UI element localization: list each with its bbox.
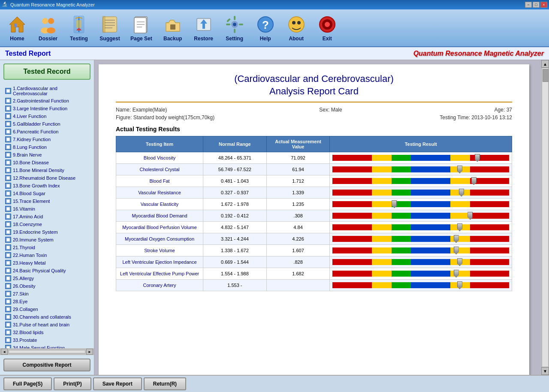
fullpage-button[interactable]: Full Page(S) — [3, 377, 52, 390]
sidebar-scroll-left[interactable]: ◄ — [1, 349, 8, 355]
sidebar-item-28[interactable]: 28.Eye — [3, 298, 90, 305]
sidebar-item-32[interactable]: 32.Blood lipids — [3, 329, 90, 336]
scroll-down-button[interactable]: ▼ — [541, 367, 549, 375]
svg-rect-66 — [6, 308, 10, 311]
sidebar-item-icon — [5, 268, 11, 274]
sidebar-item-2[interactable]: 2.Gastrointestinal Function — [3, 97, 90, 105]
bar-segment-green — [392, 271, 411, 277]
compositive-report-button[interactable]: Compositive Report — [3, 359, 90, 371]
sidebar-item-16[interactable]: 16.Vitamin — [3, 205, 90, 213]
toolbar-restore[interactable]: Restore — [190, 12, 217, 43]
content-scrollbar[interactable]: ▲ ▼ — [541, 60, 549, 375]
svg-rect-67 — [6, 315, 10, 319]
print-button[interactable]: Print(P) — [54, 377, 91, 390]
sidebar-item-10[interactable]: 10.Bone Disease — [3, 159, 90, 166]
return-button[interactable]: Return(R) — [144, 377, 186, 390]
toolbar-about[interactable]: About — [283, 12, 310, 43]
bar-segment-red-left — [332, 271, 371, 277]
bar-segment-green — [392, 178, 411, 184]
minimize-button[interactable]: − — [525, 2, 532, 8]
svg-rect-69 — [6, 331, 10, 334]
sidebar-item-14[interactable]: 14.Blood Sugar — [3, 190, 90, 197]
bar-segment-red-right — [470, 166, 509, 172]
sidebar-item-11[interactable]: 11.Bone Mineral Density — [3, 166, 90, 174]
sidebar-item-icon — [5, 183, 11, 189]
sidebar-item-20[interactable]: 20.Immune System — [3, 236, 90, 244]
sidebar-item-6[interactable]: 6.Pancreatic Function — [3, 128, 90, 136]
toolbar-suggest[interactable]: Suggest — [96, 12, 124, 43]
sidebar-item-12[interactable]: 12.Rheumatoid Bone Disease — [3, 174, 90, 182]
svg-rect-61 — [6, 269, 10, 272]
sidebar-list[interactable]: 1.Cardiovascular and Cerebrovascular2.Ga… — [0, 83, 94, 348]
sidebar-item-34[interactable]: 34.Male Sexual Function — [3, 344, 90, 348]
svg-rect-52 — [6, 199, 10, 203]
sidebar-item-25[interactable]: 25.Allergy — [3, 274, 90, 282]
svg-rect-62 — [6, 277, 10, 280]
scroll-track[interactable] — [542, 68, 549, 367]
scroll-up-button[interactable]: ▲ — [541, 60, 549, 68]
result-bar — [332, 259, 509, 265]
sidebar-item-18[interactable]: 18.Coenzyme — [3, 220, 90, 228]
toolbar-setting[interactable]: Setting — [221, 12, 248, 43]
svg-rect-16 — [134, 18, 146, 33]
maximize-button[interactable]: □ — [533, 2, 540, 8]
home-icon — [7, 14, 27, 35]
result-bar-container — [332, 166, 509, 173]
sidebar-item-13[interactable]: 13.Bone Growth Index — [3, 182, 90, 190]
toolbar-testing[interactable]: Testing — [65, 12, 93, 43]
sidebar-item-icon — [5, 175, 11, 181]
sidebar-item-26[interactable]: 26.Obesity — [3, 282, 90, 290]
sidebar-item-31[interactable]: 31.Pulse of heart and brain — [3, 321, 90, 329]
sidebar-item-19[interactable]: 19.Endocrine System — [3, 228, 90, 236]
sidebar-item-27[interactable]: 27.Skin — [3, 290, 90, 298]
sidebar-item-23[interactable]: 23.Heavy Metal — [3, 259, 90, 267]
sidebar-item-29[interactable]: 29.Collagen — [3, 305, 90, 313]
save-report-button[interactable]: Save Report — [93, 377, 142, 390]
sidebar-item-21[interactable]: 21.Thyroid — [3, 244, 90, 251]
scroll-thumb[interactable] — [543, 69, 549, 82]
bar-segment-yellow — [372, 247, 392, 253]
sidebar-item-9[interactable]: 9.Brain Nerve — [3, 151, 90, 159]
sidebar-item-1[interactable]: 1.Cardiovascular and Cerebrovascular — [3, 85, 90, 97]
sidebar-item-3[interactable]: 3.Large Intestine Function — [3, 105, 90, 112]
cell-item: Myocardial Oxygen Consumption — [116, 233, 203, 245]
sidebar-item-24[interactable]: 24.Basic Physical Quality — [3, 267, 90, 274]
sidebar-item-4[interactable]: 4.Liver Function — [3, 112, 90, 120]
toolbar-dossier[interactable]: Dossier — [34, 12, 62, 43]
sidebar-item-33[interactable]: 33.Prostate — [3, 336, 90, 344]
toolbar-help[interactable]: ? Help — [252, 12, 279, 43]
cell-value: 1.235 — [266, 199, 330, 210]
sidebar: Tested Record 1.Cardiovascular and Cereb… — [0, 60, 94, 375]
toolbar-exit[interactable]: Exit — [314, 12, 341, 43]
sidebar-item-30[interactable]: 30.Channels and collaterals — [3, 313, 90, 321]
sidebar-item-8[interactable]: 8.Lung Function — [3, 143, 90, 151]
sidebar-scroll-track[interactable] — [9, 350, 85, 353]
content-scroll-container[interactable]: (Cardiovascular and Cerebrovascular) Ana… — [94, 60, 549, 375]
toolbar-backup[interactable]: Backup — [159, 12, 187, 43]
toolbar-home[interactable]: Home — [3, 12, 31, 43]
sidebar-item-icon — [5, 299, 11, 305]
bar-segment-blue — [411, 166, 450, 172]
bar-segment-yellow — [372, 190, 392, 196]
sidebar-item-icon — [5, 337, 11, 343]
bar-segment-red-right — [470, 236, 509, 242]
sidebar-item-5[interactable]: 5.Gallbladder Function — [3, 120, 90, 128]
svg-rect-45 — [6, 145, 10, 149]
sidebar-scroll-right[interactable]: ► — [86, 349, 93, 355]
report-title: (Cardiovascular and Cerebrovascular) Ana… — [116, 73, 512, 97]
close-button[interactable]: × — [540, 2, 547, 8]
sidebar-item-7[interactable]: 7.Kidney Function — [3, 136, 90, 143]
result-bar-container — [332, 223, 509, 231]
svg-rect-57 — [6, 238, 10, 241]
sidebar-item-22[interactable]: 22.Human Toxin — [3, 251, 90, 259]
sidebar-item-15[interactable]: 15.Trace Element — [3, 197, 90, 205]
sidebar-item-17[interactable]: 17.Amino Acid — [3, 213, 90, 220]
cell-range: 48.264 - 65.371 — [203, 152, 267, 164]
bar-segment-blue — [411, 282, 450, 288]
cell-item: Blood Viscosity — [116, 152, 203, 164]
cell-value: 1.682 — [266, 268, 330, 280]
bar-segment-green — [392, 166, 411, 172]
sidebar-scrollbar[interactable]: ◄ ► — [0, 348, 94, 355]
toolbar-pageset[interactable]: Page Set — [127, 12, 156, 43]
cell-range: 1.554 - 1.988 — [203, 268, 267, 280]
